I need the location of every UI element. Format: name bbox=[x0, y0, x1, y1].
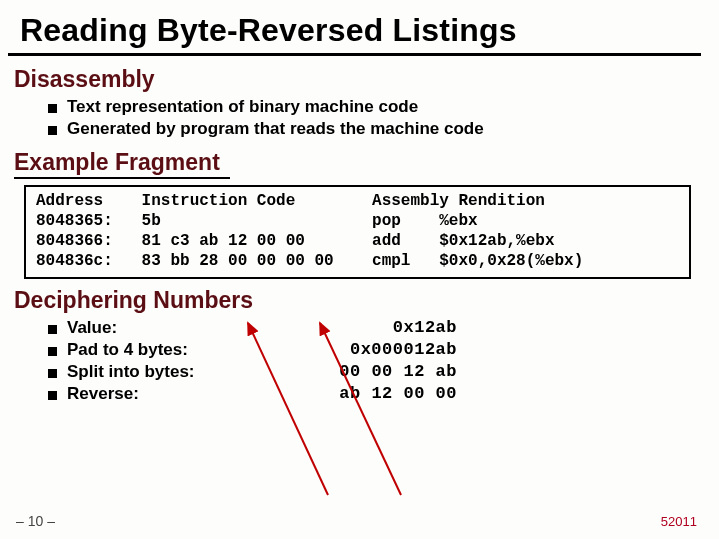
code-fragment: Address Instruction Code Assembly Rendit… bbox=[24, 185, 691, 279]
decipher-row: Value: 0x12ab bbox=[48, 318, 699, 338]
decipher-label: Split into bytes: bbox=[67, 362, 257, 382]
decipher-list: Value: 0x12ab Pad to 4 bytes: 0x000012ab… bbox=[14, 318, 699, 404]
square-bullet-icon bbox=[48, 126, 57, 135]
footer-id: 52011 bbox=[661, 514, 697, 529]
heading-example: Example Fragment bbox=[14, 149, 230, 179]
square-bullet-icon bbox=[48, 391, 57, 400]
square-bullet-icon bbox=[48, 347, 57, 356]
decipher-row: Reverse: ab 12 00 00 bbox=[48, 384, 699, 404]
decipher-value: 0x12ab bbox=[257, 318, 457, 337]
section-disassembly: Disassembly Text representation of binar… bbox=[0, 56, 719, 139]
bullet-text: Text representation of binary machine co… bbox=[67, 97, 418, 117]
section-decipher: Deciphering Numbers Value: 0x12ab Pad to… bbox=[0, 279, 719, 404]
bullet-item: Generated by program that reads the mach… bbox=[48, 119, 699, 139]
heading-disassembly: Disassembly bbox=[14, 66, 699, 93]
section-example: Example Fragment bbox=[0, 141, 719, 183]
square-bullet-icon bbox=[48, 325, 57, 334]
square-bullet-icon bbox=[48, 369, 57, 378]
footer-page-number: – 10 – bbox=[16, 513, 55, 529]
square-bullet-icon bbox=[48, 104, 57, 113]
slide-title: Reading Byte-Reversed Listings bbox=[8, 0, 701, 56]
decipher-label: Reverse: bbox=[67, 384, 257, 404]
decipher-row: Split into bytes: 00 00 12 ab bbox=[48, 362, 699, 382]
bullet-text: Generated by program that reads the mach… bbox=[67, 119, 484, 139]
decipher-value: 00 00 12 ab bbox=[257, 362, 457, 381]
decipher-value: ab 12 00 00 bbox=[257, 384, 457, 403]
heading-decipher: Deciphering Numbers bbox=[14, 287, 699, 314]
decipher-row: Pad to 4 bytes: 0x000012ab bbox=[48, 340, 699, 360]
bullet-list: Text representation of binary machine co… bbox=[14, 97, 699, 139]
decipher-label: Pad to 4 bytes: bbox=[67, 340, 257, 360]
bullet-item: Text representation of binary machine co… bbox=[48, 97, 699, 117]
decipher-value: 0x000012ab bbox=[257, 340, 457, 359]
decipher-label: Value: bbox=[67, 318, 257, 338]
